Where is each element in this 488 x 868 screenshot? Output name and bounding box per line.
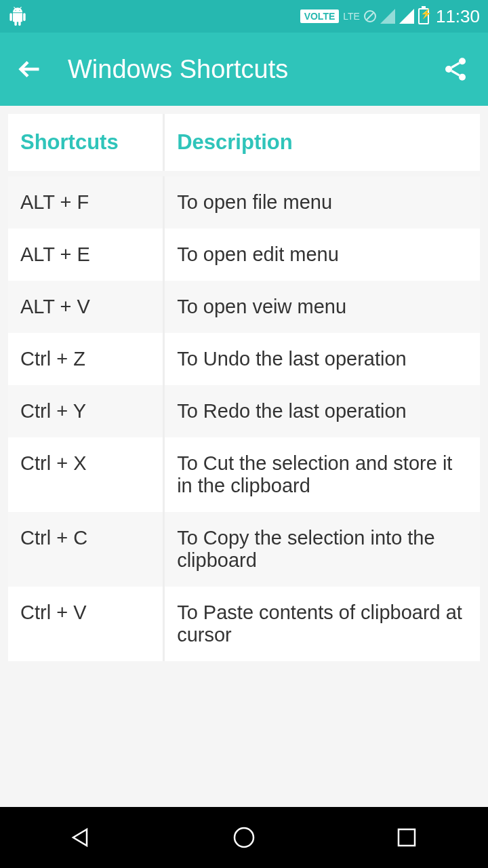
table-row: Ctrl + V To Paste contents of clipboard … xyxy=(8,587,480,661)
app-bar: Windows Shortcuts xyxy=(0,33,488,106)
volte-badge: VOLTE xyxy=(300,9,340,23)
signal-icon-2 xyxy=(399,9,414,24)
page-title: Windows Shortcuts xyxy=(68,55,415,84)
shortcut-cell: Ctrl + Y xyxy=(8,385,164,437)
status-bar: VOLTE LTE 11:30 xyxy=(0,0,488,33)
shortcut-cell: Ctrl + X xyxy=(8,437,164,512)
square-recent-icon xyxy=(393,824,420,851)
description-cell: To Redo the last operation xyxy=(164,385,480,437)
shortcuts-table: Shortcuts Description ALT + F To open fi… xyxy=(8,114,480,661)
table-row: ALT + E To open edit menu xyxy=(8,229,480,281)
shortcut-cell: Ctrl + V xyxy=(8,587,164,661)
signal-icon-1 xyxy=(380,9,395,24)
nav-recent-button[interactable] xyxy=(390,821,424,854)
header-shortcuts: Shortcuts xyxy=(8,114,164,174)
shortcut-cell: Ctrl + Z xyxy=(8,333,164,385)
header-description: Description xyxy=(164,114,480,174)
svg-rect-5 xyxy=(399,829,415,846)
navigation-bar xyxy=(0,807,488,868)
description-cell: To Cut the selection and store it in the… xyxy=(164,437,480,512)
shortcut-cell: Ctrl + C xyxy=(8,512,164,587)
battery-icon xyxy=(418,8,429,24)
table-row: ALT + V To open veiw menu xyxy=(8,281,480,333)
clock: 11:30 xyxy=(436,6,480,27)
triangle-back-icon xyxy=(68,824,95,851)
back-button[interactable] xyxy=(16,56,43,83)
content-area: Shortcuts Description ALT + F To open fi… xyxy=(0,106,488,669)
nav-home-button[interactable] xyxy=(227,821,261,854)
svg-point-3 xyxy=(459,74,466,81)
table-row: Ctrl + C To Copy the selection into the … xyxy=(8,512,480,587)
description-cell: To open veiw menu xyxy=(164,281,480,333)
table-header-row: Shortcuts Description xyxy=(8,114,480,174)
nav-back-button[interactable] xyxy=(64,821,98,854)
shortcut-cell: ALT + F xyxy=(8,174,164,229)
table-row: ALT + F To open file menu xyxy=(8,174,480,229)
arrow-left-icon xyxy=(18,57,42,81)
share-button[interactable] xyxy=(439,53,472,85)
table-row: Ctrl + Y To Redo the last operation xyxy=(8,385,480,437)
table-row: Ctrl + X To Cut the selection and store … xyxy=(8,437,480,512)
table-row: Ctrl + Z To Undo the last operation xyxy=(8,333,480,385)
circle-home-icon xyxy=(230,824,258,851)
shortcut-cell: ALT + E xyxy=(8,229,164,281)
description-cell: To Copy the selection into the clipboard xyxy=(164,512,480,587)
svg-point-1 xyxy=(459,58,466,64)
share-icon xyxy=(442,56,469,83)
lte-label: LTE xyxy=(343,11,360,22)
status-left xyxy=(8,7,27,26)
android-icon xyxy=(8,7,27,26)
status-right: VOLTE LTE 11:30 xyxy=(300,6,480,27)
description-cell: To Paste contents of clipboard at cursor xyxy=(164,587,480,661)
description-cell: To Undo the last operation xyxy=(164,333,480,385)
svg-point-4 xyxy=(235,828,253,847)
description-cell: To open file menu xyxy=(164,174,480,229)
svg-point-2 xyxy=(445,66,452,73)
description-cell: To open edit menu xyxy=(164,229,480,281)
no-data-icon xyxy=(364,10,376,22)
shortcut-cell: ALT + V xyxy=(8,281,164,333)
